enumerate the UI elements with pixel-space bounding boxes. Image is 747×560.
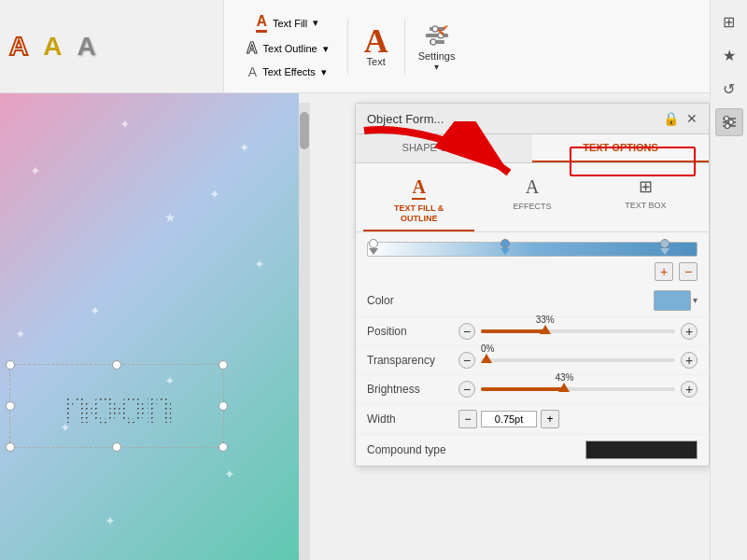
- text-outline-button[interactable]: A Text Outline ▾: [243, 38, 332, 59]
- a-icon-red[interactable]: A: [9, 34, 28, 60]
- tab-text-options[interactable]: TEXT OPTIONS: [532, 134, 709, 162]
- sub-tab-effects[interactable]: A EFFECTS: [476, 171, 587, 231]
- width-input-group: − +: [458, 410, 559, 428]
- handle-tl[interactable]: [6, 360, 15, 370]
- position-plus[interactable]: +: [681, 323, 698, 340]
- position-minus[interactable]: −: [458, 323, 475, 340]
- text-effects-label: Text Effects: [262, 66, 316, 77]
- width-input[interactable]: [481, 411, 537, 427]
- gradient-remove-stop[interactable]: −: [679, 262, 698, 281]
- handle-br[interactable]: [218, 442, 228, 452]
- handle-bm[interactable]: [112, 442, 121, 452]
- width-minus[interactable]: −: [458, 410, 477, 428]
- brightness-slider[interactable]: 43%: [481, 387, 675, 391]
- star-decoration: ✦: [224, 467, 235, 482]
- canvas-text: noon: [61, 378, 172, 434]
- transparency-minus[interactable]: −: [458, 352, 475, 369]
- brightness-row: Brightness − 43% +: [356, 375, 709, 404]
- handle-mr[interactable]: [218, 401, 228, 411]
- color-control: ▾: [458, 290, 698, 311]
- svg-rect-1: [426, 34, 448, 37]
- color-row: Color ▾: [356, 285, 709, 317]
- sidebar-icon-layout[interactable]: ⊞: [715, 7, 743, 35]
- gradient-btn-row: + −: [356, 262, 709, 285]
- tab-shape-options[interactable]: SHAPE OPTIONS: [356, 134, 532, 162]
- handle-bl[interactable]: [6, 442, 15, 452]
- star-decoration: ✦: [30, 163, 41, 178]
- gradient-stop-right1[interactable]: [659, 239, 670, 259]
- scrollbar-thumb[interactable]: [300, 112, 309, 149]
- compound-label: Compound type: [367, 443, 451, 456]
- panel-title: Object Form...: [367, 112, 444, 126]
- transparency-label: Transparency: [367, 354, 451, 367]
- svg-point-11: [724, 117, 728, 121]
- position-row: Position − 33% +: [356, 317, 709, 346]
- text-fill-label: Text Fill: [273, 18, 307, 29]
- a-icon-gray[interactable]: A: [77, 34, 95, 60]
- effects-icon: A: [526, 176, 539, 198]
- star-decoration: ✦: [15, 327, 26, 342]
- width-row: Width − +: [356, 404, 709, 435]
- panel-sub-tabs: A TEXT FILL &OUTLINE A EFFECTS ⊞ TEXT BO…: [356, 163, 709, 232]
- transparency-plus[interactable]: +: [681, 352, 698, 369]
- text-icon: A: [361, 26, 391, 56]
- panel-header: Object Form... 🔒 ✕: [356, 104, 709, 134]
- handle-tm[interactable]: [112, 360, 121, 370]
- panel-main-tabs: SHAPE OPTIONS TEXT OPTIONS: [356, 134, 709, 163]
- width-plus[interactable]: +: [541, 410, 559, 428]
- svg-point-12: [728, 120, 733, 125]
- sub-tab-text-box[interactable]: ⊞ TEXT BOX: [590, 171, 701, 231]
- text-effects-dropdown[interactable]: ▾: [321, 66, 327, 78]
- star-decoration: ✦: [90, 303, 101, 318]
- star-decoration: ✦: [120, 117, 131, 132]
- gradient-track[interactable]: [367, 242, 698, 257]
- text-fill-button[interactable]: A Text Fill ▾: [252, 11, 322, 35]
- sub-tab-text-fill-outline[interactable]: A TEXT FILL &OUTLINE: [363, 171, 474, 231]
- handle-ml[interactable]: [6, 401, 15, 411]
- a-icon-gold[interactable]: A: [43, 34, 62, 60]
- format-panel: Object Form... 🔒 ✕ SHAPE OPTIONS TEXT OP…: [355, 103, 710, 467]
- brightness-minus[interactable]: −: [458, 381, 475, 398]
- settings-button[interactable]: Settings ▾: [413, 17, 461, 76]
- brightness-control: − 43% +: [458, 381, 698, 398]
- color-label: Color: [367, 294, 451, 307]
- position-control: − 33% +: [458, 323, 698, 340]
- text-outline-dropdown[interactable]: ▾: [323, 43, 329, 55]
- svg-point-3: [432, 26, 438, 32]
- panel-close-icon[interactable]: ✕: [686, 111, 698, 126]
- text-button[interactable]: A Text: [356, 22, 397, 71]
- star-decoration: ✦: [105, 513, 116, 528]
- brightness-label: Brightness: [367, 383, 451, 396]
- brightness-plus[interactable]: +: [681, 381, 698, 398]
- position-label: Position: [367, 325, 451, 338]
- star-decoration: ★: [164, 210, 176, 225]
- text-fill-dropdown[interactable]: ▾: [313, 17, 318, 29]
- color-swatch[interactable]: [654, 290, 691, 311]
- transparency-control: − 0% +: [458, 352, 698, 369]
- selected-text-box: noon: [9, 364, 224, 448]
- gradient-stop-left[interactable]: [368, 239, 379, 259]
- star-decoration: ✦: [254, 257, 265, 272]
- sidebar-icon-history[interactable]: ↺: [715, 75, 743, 103]
- text-fill-outline-icon: A: [412, 176, 425, 200]
- panel-lock-icon[interactable]: 🔒: [663, 111, 679, 126]
- compound-swatch[interactable]: [585, 441, 698, 459]
- gradient-add-stop[interactable]: +: [655, 262, 673, 281]
- handle-tr[interactable]: [218, 360, 228, 370]
- sidebar-icon-sliders[interactable]: [715, 108, 743, 136]
- text-effects-button[interactable]: A Text Effects ▾: [245, 63, 331, 81]
- text-outline-label: Text Outline: [263, 43, 317, 54]
- color-dropdown[interactable]: ▾: [693, 295, 698, 305]
- transparency-slider[interactable]: 0%: [481, 358, 675, 362]
- position-slider[interactable]: 33%: [481, 329, 675, 333]
- sidebar-icon-star[interactable]: ★: [715, 41, 743, 69]
- settings-dropdown[interactable]: ▾: [434, 62, 439, 72]
- position-value: 33%: [536, 315, 555, 325]
- gradient-stop-blue[interactable]: [500, 239, 511, 259]
- panel-scrollbar[interactable]: [299, 103, 310, 560]
- ribbon-toolbar: A Text Fill ▾ A Text Outline ▾ A Text Ef…: [224, 0, 710, 93]
- ribbon-divider: [347, 19, 348, 75]
- star-decoration: ✦: [239, 140, 250, 155]
- compound-control: [458, 441, 698, 459]
- star-decoration: ✦: [209, 187, 220, 202]
